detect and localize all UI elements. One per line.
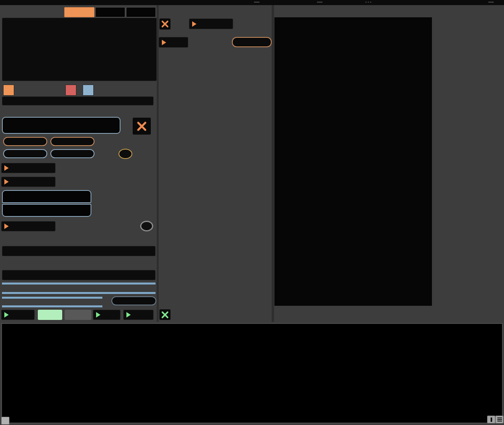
panel-mode-icon[interactable] xyxy=(487,416,495,423)
list-mode-icon[interactable] xyxy=(495,416,504,423)
bar-icon xyxy=(491,418,492,422)
max-patch-window: { "titles": { "mode": "MODE", "descripto… xyxy=(0,0,504,425)
page-indicator[interactable] xyxy=(1,417,9,425)
waveform-canvas[interactable] xyxy=(0,0,504,425)
